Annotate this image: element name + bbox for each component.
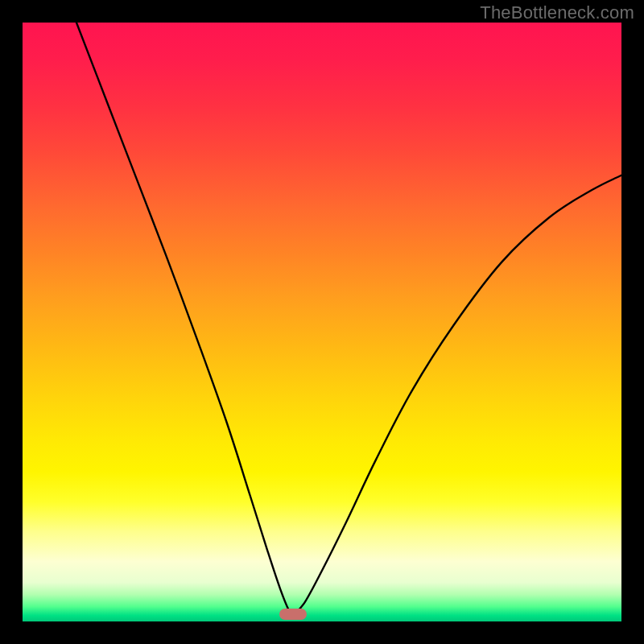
watermark-text: TheBottleneck.com [480,2,634,23]
plot-area [23,23,621,621]
curve-layer [23,23,621,621]
curve-path [76,23,621,614]
minimum-marker [279,609,307,620]
chart-frame: TheBottleneck.com [0,0,644,644]
